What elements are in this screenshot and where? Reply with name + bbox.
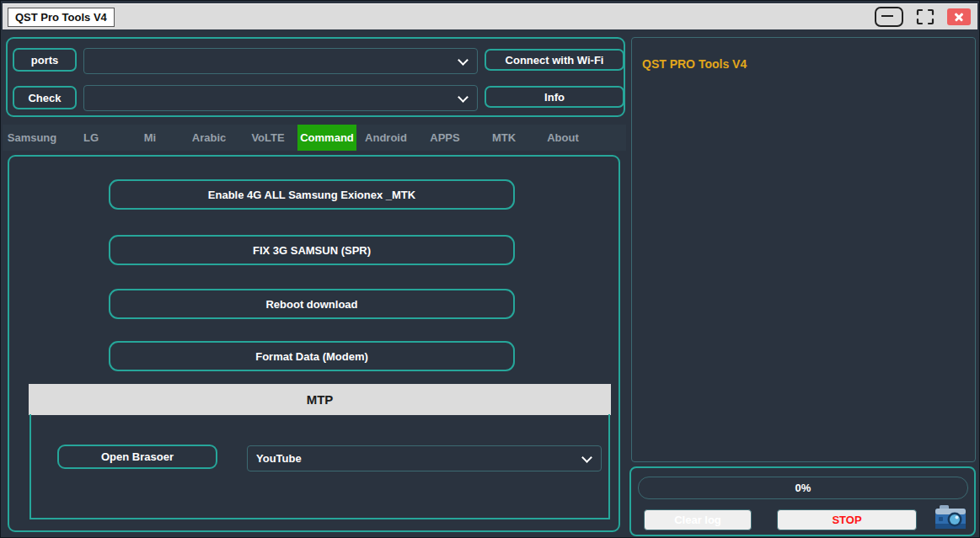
titlebar: QST Pro Tools V4 [3, 3, 977, 29]
app-select[interactable]: YouTube [247, 445, 602, 471]
close-button[interactable] [947, 8, 971, 25]
chevron-down-icon [458, 55, 469, 66]
window-controls [875, 4, 971, 29]
minimize-button[interactable] [875, 7, 903, 27]
connect-wifi-button[interactable]: Connect with Wi-Fi [485, 49, 624, 71]
connection-panel: ports Connect with Wi-Fi Check Info [6, 37, 625, 117]
format-data-button[interactable]: Format Data (Modem) [109, 341, 515, 371]
tab-mtk[interactable]: MTK [474, 125, 533, 151]
footer-panel: 0% Clear log STOP [629, 466, 976, 536]
fix-3g-button[interactable]: FIX 3G SAMSUN (SPR) [109, 235, 515, 265]
command-panel: Enable 4G ALL Samsung Exionex _MTK FIX 3… [8, 155, 620, 532]
camera-icon [934, 503, 967, 531]
tab-bar: Samsung LG Mi Arabic VoLTE Command Andro… [3, 125, 626, 151]
mtp-section: Open Brasoer YouTube [29, 414, 610, 519]
progress-bar: 0% [638, 477, 968, 499]
chevron-down-icon [458, 92, 469, 103]
chevron-down-icon [581, 452, 592, 463]
app-window: QST Pro Tools V4 ports [0, 0, 980, 538]
port-select[interactable] [83, 48, 478, 74]
screenshot-button[interactable] [934, 503, 967, 531]
tab-volte[interactable]: VoLTE [238, 125, 297, 151]
tab-android[interactable]: Android [356, 125, 415, 151]
enable-4g-button[interactable]: Enable 4G ALL Samsung Exionex _MTK [109, 179, 515, 210]
tab-mi[interactable]: Mi [120, 125, 179, 151]
window-title: QST Pro Tools V4 [8, 8, 115, 27]
clear-log-button[interactable]: Clear log [644, 509, 752, 530]
tab-command[interactable]: Command [297, 125, 356, 151]
tab-arabic[interactable]: Arabic [179, 125, 238, 151]
stop-button[interactable]: STOP [777, 509, 917, 530]
open-brasoer-button[interactable]: Open Brasoer [57, 445, 217, 469]
reboot-download-button[interactable]: Reboot download [109, 289, 515, 319]
tab-apps[interactable]: APPS [415, 125, 474, 151]
mtp-section-header: MTP [29, 384, 611, 415]
maximize-button[interactable] [916, 8, 934, 25]
model-select[interactable] [83, 85, 478, 111]
log-title: QST PRO Tools V4 [642, 57, 747, 71]
info-button[interactable]: Info [485, 86, 624, 108]
ports-button[interactable]: ports [13, 48, 77, 72]
tab-about[interactable]: About [533, 125, 592, 151]
app-select-value: YouTube [256, 452, 302, 465]
maximize-icon [916, 8, 934, 25]
check-button[interactable]: Check [13, 86, 77, 109]
log-panel: QST PRO Tools V4 [631, 37, 976, 462]
tab-lg[interactable]: LG [62, 125, 120, 151]
tab-samsung[interactable]: Samsung [3, 125, 62, 151]
